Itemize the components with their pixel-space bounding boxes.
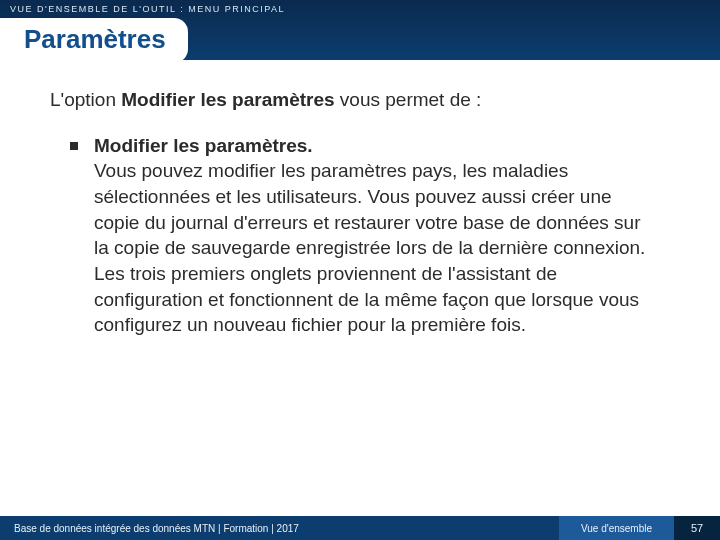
bullet-text: Modifier les paramètres. Vous pouvez mod…: [94, 133, 654, 338]
intro-strong: Modifier les paramètres: [121, 89, 334, 110]
body-content: L'option Modifier les paramètres vous pe…: [50, 88, 680, 338]
slide: VUE D'ENSEMBLE DE L'OUTIL : MENU PRINCIP…: [0, 0, 720, 540]
breadcrumb: VUE D'ENSEMBLE DE L'OUTIL : MENU PRINCIP…: [10, 4, 285, 14]
footer-section-label: Vue d'ensemble: [559, 516, 674, 540]
footer-page-number: 57: [674, 516, 720, 540]
footer-left-text: Base de données intégrée des données MTN…: [0, 523, 559, 534]
bullet-strong: Modifier les paramètres.: [94, 135, 313, 156]
page-title: Paramètres: [24, 24, 166, 55]
footer-bar: Base de données intégrée des données MTN…: [0, 516, 720, 540]
intro-line: L'option Modifier les paramètres vous pe…: [50, 88, 680, 113]
intro-suffix: vous permet de :: [335, 89, 482, 110]
intro-prefix: L'option: [50, 89, 121, 110]
bullet-item: Modifier les paramètres. Vous pouvez mod…: [50, 133, 680, 338]
bullet-body: Vous pouvez modifier les paramètres pays…: [94, 160, 645, 335]
title-pill: Paramètres: [0, 18, 188, 63]
bullet-square-icon: [70, 142, 78, 150]
